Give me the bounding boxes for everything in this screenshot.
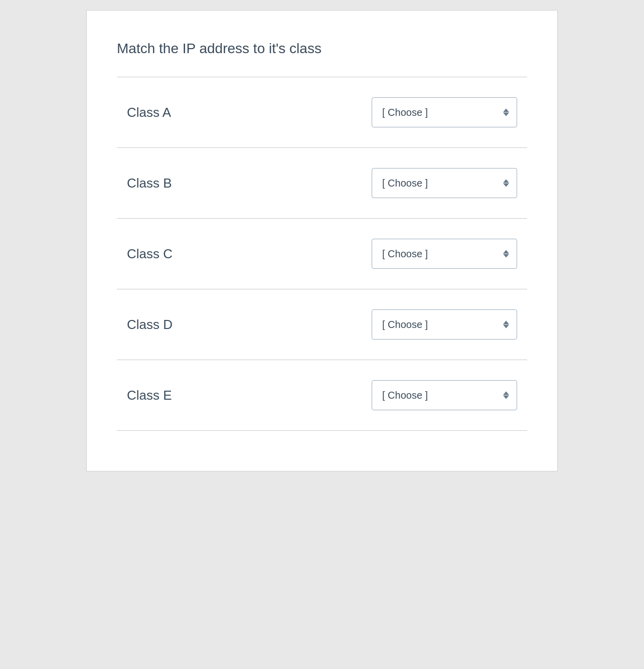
select-wrapper-class-b: [ Choose ]1.0.0.0 - 126.255.255.255128.0… xyxy=(372,168,517,198)
quiz-card: Match the IP address to it's class Class… xyxy=(86,10,558,471)
row-class-e: Class E[ Choose ]1.0.0.0 - 126.255.255.2… xyxy=(117,360,527,430)
row-class-c: Class C[ Choose ]1.0.0.0 - 126.255.255.2… xyxy=(117,219,527,289)
label-class-b: Class B xyxy=(127,176,227,191)
row-class-b: Class B[ Choose ]1.0.0.0 - 126.255.255.2… xyxy=(117,148,527,218)
label-class-e: Class E xyxy=(127,388,227,403)
select-class-c[interactable]: [ Choose ]1.0.0.0 - 126.255.255.255128.0… xyxy=(372,239,517,269)
select-class-a[interactable]: [ Choose ]1.0.0.0 - 126.255.255.255128.0… xyxy=(372,97,517,127)
select-wrapper-class-d: [ Choose ]1.0.0.0 - 126.255.255.255128.0… xyxy=(372,309,517,340)
question-title: Match the IP address to it's class xyxy=(117,41,527,57)
label-class-a: Class A xyxy=(127,105,227,120)
row-class-a: Class A[ Choose ]1.0.0.0 - 126.255.255.2… xyxy=(117,77,527,147)
select-class-b[interactable]: [ Choose ]1.0.0.0 - 126.255.255.255128.0… xyxy=(372,168,517,198)
divider-4 xyxy=(117,430,527,431)
label-class-d: Class D xyxy=(127,317,227,332)
row-class-d: Class D[ Choose ]1.0.0.0 - 126.255.255.2… xyxy=(117,289,527,360)
select-class-d[interactable]: [ Choose ]1.0.0.0 - 126.255.255.255128.0… xyxy=(372,309,517,340)
select-class-e[interactable]: [ Choose ]1.0.0.0 - 126.255.255.255128.0… xyxy=(372,380,517,410)
select-wrapper-class-c: [ Choose ]1.0.0.0 - 126.255.255.255128.0… xyxy=(372,239,517,269)
select-wrapper-class-e: [ Choose ]1.0.0.0 - 126.255.255.255128.0… xyxy=(372,380,517,410)
select-wrapper-class-a: [ Choose ]1.0.0.0 - 126.255.255.255128.0… xyxy=(372,97,517,127)
label-class-c: Class C xyxy=(127,246,227,262)
